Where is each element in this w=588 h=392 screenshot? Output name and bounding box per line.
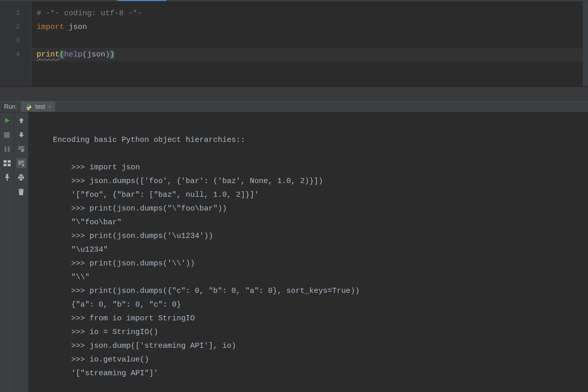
console-line: '["streaming API"]' xyxy=(53,367,583,380)
svg-rect-4 xyxy=(8,160,11,163)
paren-close: ) xyxy=(110,50,114,59)
code-builtin-help: help xyxy=(64,50,82,59)
console-line: >>> print(json.dumps({"c": 0, "b": 0, "a… xyxy=(53,284,583,298)
scroll-to-end-button[interactable] xyxy=(16,158,26,168)
clear-all-button[interactable] xyxy=(16,187,26,197)
code-comment: # -*- coding: utf-8 -*- xyxy=(37,9,142,18)
svg-rect-1 xyxy=(5,146,7,152)
code-editor[interactable]: 1 2 3 4 # -*- coding: utf-8 -*- import j… xyxy=(0,2,588,87)
run-tab-label: test xyxy=(35,103,45,110)
console-line: >>> print(json.dumps('\u1234')) xyxy=(53,229,583,243)
editor-scrollbar[interactable] xyxy=(583,2,588,86)
line-number: 1 xyxy=(0,6,20,20)
line-number: 2 xyxy=(0,20,20,34)
console-actions-toolbar xyxy=(14,112,28,392)
svg-rect-3 xyxy=(4,160,7,163)
down-button[interactable] xyxy=(16,130,26,140)
run-label: Run: xyxy=(0,103,21,110)
pin-button[interactable] xyxy=(2,172,12,183)
line-number: 4 xyxy=(0,47,20,61)
console-line: >>> from io import StringIO xyxy=(53,312,583,325)
console-line: >>> json.dumps(['foo', {'bar': ('baz', N… xyxy=(53,174,583,188)
panel-splitter[interactable] xyxy=(0,87,588,101)
line-number-gutter: 1 2 3 4 xyxy=(0,2,32,86)
run-toolwindow-body: Encoding basic Python object hierarchies… xyxy=(0,112,588,392)
console-line: "\u1234" xyxy=(53,243,583,257)
console-line: >>> print(json.dumps("\"foo\bar")) xyxy=(53,202,583,216)
run-tab-test[interactable]: test × xyxy=(21,102,56,112)
svg-rect-2 xyxy=(8,146,10,152)
paren-close-inner: ) xyxy=(105,50,110,59)
console-line: >>> print(json.dumps('\\')) xyxy=(53,257,583,270)
console-line xyxy=(53,119,583,133)
print-button[interactable] xyxy=(16,172,26,183)
console-line: >>> import json xyxy=(53,161,583,174)
svg-rect-0 xyxy=(4,132,10,138)
rerun-button[interactable] xyxy=(2,115,12,126)
console-line: {"a": 0, "b": 0, "c": 0} xyxy=(53,298,583,312)
code-area[interactable]: # -*- coding: utf-8 -*- import json prin… xyxy=(32,2,583,86)
paren-open: ( xyxy=(60,50,64,59)
close-icon[interactable]: × xyxy=(48,104,51,110)
console-line: >>> json.dump(['streaming API'], io) xyxy=(53,339,583,353)
code-builtin-print: print xyxy=(37,50,60,59)
run-actions-toolbar xyxy=(0,112,14,392)
stop-button[interactable] xyxy=(2,130,12,140)
svg-rect-6 xyxy=(8,164,11,166)
active-tab-indicator xyxy=(117,0,166,1)
layout-button[interactable] xyxy=(2,158,12,168)
console-output[interactable]: Encoding basic Python object hierarchies… xyxy=(28,112,588,392)
soft-wrap-button[interactable] xyxy=(16,144,26,154)
pause-button[interactable] xyxy=(2,144,12,154)
console-line: Encoding basic Python object hierarchies… xyxy=(53,133,583,147)
console-line: >>> io = StringIO() xyxy=(53,325,583,339)
svg-rect-5 xyxy=(4,164,7,166)
console-line: "\"foo\bar" xyxy=(53,216,583,229)
run-toolwindow-header: Run: test × xyxy=(0,101,588,112)
console-line xyxy=(53,147,583,161)
line-number: 3 xyxy=(0,34,20,47)
paren-open-inner: ( xyxy=(82,50,87,59)
code-keyword-import: import xyxy=(37,23,64,32)
console-line: "\\" xyxy=(53,270,583,284)
up-button[interactable] xyxy=(16,115,26,126)
console-line: '["foo", {"bar": ["baz", null, 1.0, 2]}]… xyxy=(53,188,583,202)
console-line: >>> io.getvalue() xyxy=(53,353,583,367)
code-ident-json: json xyxy=(64,23,87,32)
code-ident-json-arg: json xyxy=(87,50,105,59)
python-file-icon xyxy=(25,103,32,110)
